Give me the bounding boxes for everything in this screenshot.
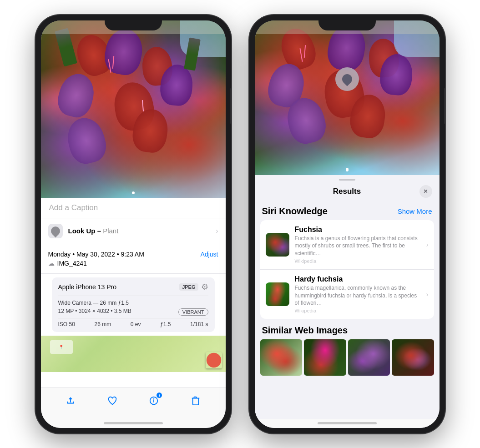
siri-knowledge-header: Siri Knowledge Show More (260, 201, 434, 220)
device-row: Apple iPhone 13 Pro JPEG ⚙ (58, 282, 208, 296)
meta-row: Monday • May 30, 2022 • 9:23 AM Adjust (48, 251, 218, 258)
device-badges: JPEG ⚙ (179, 282, 208, 292)
fuchsia-text: Fuchsia Fuchsia is a genus of flowering … (295, 226, 421, 264)
siri-knowledge-title: Siri Knowledge (262, 206, 328, 216)
info-section: Look Up – Plant › Monday • May 30, 2022 … (41, 218, 226, 387)
ev-value: 0 ev (131, 321, 141, 327)
right-screen: Results ✕ Siri Knowledge Show More (255, 20, 440, 428)
fuchsia-chevron-icon: › (426, 241, 429, 248)
exif-row: ISO 50 26 mm 0 ev ƒ1.5 1/181 s (58, 318, 208, 327)
format-badge: JPEG (179, 283, 198, 291)
results-title: Results (275, 187, 419, 196)
device-section: Apple iPhone 13 Pro JPEG ⚙ Wide Camera —… (52, 277, 215, 332)
hardy-fuchsia-thumbnail (266, 282, 289, 306)
device-section-wrapper: Apple iPhone 13 Pro JPEG ⚙ Wide Camera —… (41, 274, 226, 336)
fuchsia-name: Fuchsia (295, 226, 421, 234)
home-indicator (104, 422, 163, 424)
fuchsia-photo (41, 20, 226, 198)
right-home-indicator (318, 422, 377, 424)
share-icon (66, 396, 76, 406)
close-icon: ✕ (423, 188, 428, 195)
focal-length: 26 mm (94, 321, 111, 327)
right-fuchsia-photo (255, 20, 440, 175)
fuchsia-thumb-image (266, 233, 289, 257)
iso-value: ISO 50 (58, 321, 75, 327)
caption-placeholder: Add a Caption (49, 203, 98, 212)
visual-lookup-button[interactable] (335, 67, 359, 91)
adjust-button[interactable]: Adjust (201, 251, 218, 258)
filename: IMG_4241 (57, 260, 87, 267)
similar-section: Similar Web Images (260, 319, 434, 376)
caption-input[interactable]: Add a Caption (41, 198, 226, 218)
right-home-bar (255, 419, 440, 428)
look-up-text: Look Up – Plant (68, 227, 119, 235)
results-sheet: Results ✕ Siri Knowledge Show More (255, 175, 440, 428)
resolution: 12 MP • 3024 × 4032 • 3.5 MB (58, 308, 131, 314)
photo-date: Monday • May 30, 2022 • 9:23 AM (48, 251, 144, 258)
similar-image-4[interactable] (392, 339, 434, 376)
favorite-button[interactable] (103, 392, 121, 410)
cloud-icon: ☁ (48, 260, 55, 267)
meta-section: Monday • May 30, 2022 • 9:23 AM Adjust ☁… (41, 244, 226, 274)
lookup-leaf-icon (340, 72, 354, 86)
aperture-value: ƒ1.5 (160, 321, 171, 327)
svg-point-2 (154, 399, 154, 399)
right-phone: Results ✕ Siri Knowledge Show More (249, 15, 445, 433)
bottom-toolbar: i (41, 387, 226, 419)
info-badge: i (157, 393, 162, 398)
photo-area[interactable] (41, 20, 226, 198)
hardy-fuchsia-description: Fuchsia magellanica, commonly known as t… (295, 284, 421, 307)
map-overlay: 📍 (50, 340, 73, 354)
heart-icon (107, 396, 117, 406)
delete-button[interactable] (187, 392, 205, 410)
settings-icon[interactable]: ⚙ (201, 282, 208, 292)
vibrant-badge: VIBRANT (178, 308, 208, 316)
hardy-fuchsia-text: Hardy fuchsia Fuchsia magellanica, commo… (295, 275, 421, 313)
share-button[interactable] (61, 392, 80, 410)
knowledge-item-hardy-fuchsia[interactable]: Hardy fuchsia Fuchsia magellanica, commo… (260, 269, 434, 319)
right-dot-pagination (346, 169, 349, 171)
left-screen: Add a Caption Look Up – Plant › (41, 20, 226, 428)
look-up-chevron-icon: › (216, 227, 218, 235)
leaf-icon (49, 224, 61, 237)
knowledge-item-fuchsia[interactable]: Fuchsia Fuchsia is a genus of flowering … (260, 220, 434, 269)
pagination-dot (132, 191, 135, 194)
visual-lookup-icon (48, 224, 63, 238)
fuchsia-thumbnail (266, 233, 289, 257)
similar-image-1[interactable] (260, 339, 303, 376)
meta-filename: ☁ IMG_4241 (48, 260, 218, 267)
similar-image-2[interactable] (304, 339, 346, 376)
similar-title: Similar Web Images (260, 323, 434, 339)
camera-detail-row: 12 MP • 3024 × 4032 • 3.5 MB VIBRANT (58, 308, 208, 316)
right-side-button (444, 88, 445, 124)
hardy-fuchsia-chevron-icon: › (426, 291, 429, 298)
phones-container: Add a Caption Look Up – Plant › (26, 6, 454, 443)
similar-image-3[interactable] (348, 339, 390, 376)
home-bar (41, 419, 226, 428)
hardy-fuchsia-name: Hardy fuchsia (295, 275, 421, 283)
look-up-row[interactable]: Look Up – Plant › (41, 218, 226, 244)
show-more-button[interactable]: Show More (398, 207, 432, 215)
camera-type: Wide Camera — 26 mm ƒ1.5 (58, 300, 208, 306)
map-section[interactable]: 📍 (41, 336, 226, 372)
fuchsia-description: Fuchsia is a genus of flowering plants t… (295, 235, 421, 257)
left-phone: Add a Caption Look Up – Plant › (35, 15, 231, 433)
side-button (230, 88, 231, 124)
knowledge-card: Fuchsia Fuchsia is a genus of flowering … (260, 220, 434, 319)
hardy-thumb-image (266, 282, 289, 306)
trash-icon (191, 396, 201, 406)
device-name: Apple iPhone 13 Pro (58, 283, 116, 291)
shutter-speed: 1/181 s (190, 321, 208, 327)
similar-images-row (260, 339, 434, 376)
fuchsia-source: Wikipedia (295, 258, 421, 264)
right-pagination-dot (346, 169, 349, 171)
right-photo-area[interactable] (255, 20, 440, 175)
hardy-fuchsia-source: Wikipedia (295, 308, 421, 313)
results-content: Siri Knowledge Show More Fuchsia Fuchsia… (255, 201, 440, 419)
info-button[interactable]: i (145, 392, 163, 410)
close-button[interactable]: ✕ (419, 185, 432, 198)
results-header: Results ✕ (255, 181, 440, 201)
dot-pagination (132, 191, 135, 194)
